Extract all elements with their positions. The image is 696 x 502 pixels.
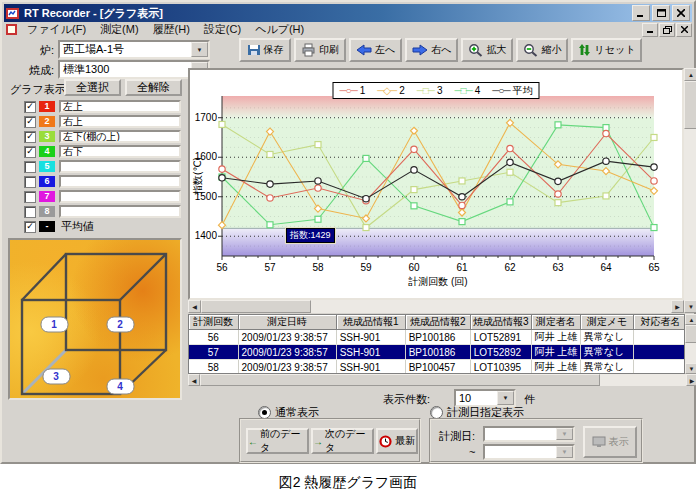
right-button[interactable]: 右へ (405, 38, 458, 62)
app-window: RT Recorder - [グラフ表示] ファイル(F)測定(M)履歴(H)設… (0, 0, 696, 464)
display-icon (592, 436, 606, 448)
latest-button[interactable]: 最新 (376, 428, 418, 454)
date-from-field[interactable]: ▼ (483, 426, 575, 442)
menu-item-2[interactable]: 履歴(H) (146, 22, 197, 37)
table-header-row: 計測回数測定日時焼成品情報1焼成品情報2焼成品情報3測定者名測定メモ対応者名 (189, 315, 685, 330)
scroll-right-icon[interactable]: ▶ (671, 300, 684, 313)
table-row[interactable]: 562009/01/23 9:38:57SSH-901BP100186LOT52… (189, 330, 685, 345)
series-checkbox-4[interactable]: ✓ (24, 146, 36, 158)
navigation-groupbox: ←前のデータ →次のデータ 最新 (239, 418, 421, 463)
series-checkbox--[interactable]: ✓ (24, 221, 36, 233)
column-header[interactable]: 測定メモ (580, 315, 633, 330)
table-h-scrollbar[interactable]: ◀ ▶ (188, 374, 696, 386)
select-all-button[interactable]: 全選択 (64, 79, 121, 96)
svg-text:1700: 1700 (195, 112, 218, 123)
maximize-button[interactable] (652, 5, 670, 21)
series-checkbox-2[interactable]: ✓ (24, 116, 36, 128)
series-color-swatch: 8 (39, 206, 55, 217)
child-close-button[interactable] (676, 23, 692, 37)
scroll-thumb[interactable] (201, 300, 311, 313)
chart-tooltip: 指数:1429 (286, 228, 335, 243)
scroll-thumb[interactable] (685, 325, 696, 343)
scroll-up-icon[interactable]: ▲ (684, 68, 696, 81)
series-checkbox-list: ✓1左上✓2右上✓3左下(棚の上)✓4右下5678✓-平均値 (24, 99, 181, 234)
zoom-in-button[interactable]: 拡大 (461, 38, 513, 62)
spinner-icon[interactable]: ▼ (556, 428, 573, 440)
close-button[interactable] (672, 5, 690, 21)
show-button[interactable]: 表示 (583, 426, 637, 458)
series-row-1: ✓1左上 (24, 99, 181, 114)
minimize-button[interactable] (632, 5, 650, 21)
zoom-out-icon (523, 43, 538, 57)
legend-marker-4: ─□─ (455, 85, 472, 96)
chevron-down-icon[interactable]: ▼ (497, 391, 514, 405)
child-minimize-button[interactable] (642, 23, 658, 37)
scroll-left-icon[interactable]: ◀ (188, 300, 201, 313)
svg-text:63: 63 (552, 262, 564, 273)
menu-item-1[interactable]: 測定(M) (93, 22, 146, 37)
series-checkbox-8[interactable] (24, 206, 36, 218)
menu-item-3[interactable]: 設定(C) (197, 22, 248, 37)
svg-text:59: 59 (360, 262, 372, 273)
chart-v-scrollbar[interactable]: ▲ ▼ (684, 68, 696, 313)
clear-all-button[interactable]: 全解除 (125, 79, 182, 96)
left-button[interactable]: 左へ (349, 38, 402, 62)
chevron-down-icon[interactable]: ▼ (191, 42, 208, 57)
reset-button[interactable]: リセット (571, 38, 642, 62)
print-button[interactable]: 印刷 (294, 38, 346, 62)
series-checkbox-6[interactable] (24, 176, 36, 188)
legend-label: 2 (399, 85, 405, 96)
series-checkbox-5[interactable] (24, 161, 36, 173)
series-row-5: 5 (24, 159, 181, 174)
scroll-thumb[interactable] (684, 81, 696, 129)
clock-icon (379, 435, 392, 448)
next-data-button[interactable]: →次のデータ (311, 428, 374, 454)
column-header[interactable]: 測定日時 (238, 315, 336, 330)
prev-data-button[interactable]: ←前のデータ (246, 428, 309, 454)
column-header[interactable]: 焼成品情報1 (336, 315, 405, 330)
child-restore-button[interactable] (659, 23, 675, 37)
scroll-right-icon[interactable]: ▶ (686, 374, 696, 386)
date-to-field[interactable]: ▼ (483, 444, 575, 460)
series-name-field[interactable] (59, 160, 181, 173)
series-checkbox-7[interactable] (24, 191, 36, 203)
series-name-field[interactable] (59, 190, 181, 203)
display-count-label: 表示件数: (383, 392, 430, 407)
column-header[interactable]: 焼成品情報2 (405, 315, 470, 330)
series-name-field[interactable]: 左下(棚の上) (59, 130, 181, 143)
menu-item-0[interactable]: ファイル(F) (20, 22, 93, 37)
column-header[interactable]: 測定者名 (531, 315, 580, 330)
series-name-field[interactable] (59, 205, 181, 218)
measurement-table[interactable]: 計測回数測定日時焼成品情報1焼成品情報2焼成品情報3測定者名測定メモ対応者名56… (188, 314, 685, 374)
series-checkbox-1[interactable]: ✓ (24, 101, 36, 113)
series-name-field[interactable]: 右上 (59, 115, 181, 128)
menu-item-4[interactable]: ヘルプ(H) (248, 22, 311, 37)
cube-label-2: 2 (117, 319, 123, 330)
series-name-field[interactable]: 右下 (59, 145, 181, 158)
app-icon (6, 7, 20, 20)
table-v-scrollbar[interactable]: ▲ ▼ (685, 314, 696, 374)
column-header[interactable]: 対応者名 (633, 315, 685, 330)
column-header[interactable]: 計測回数 (189, 315, 238, 330)
series-checkbox-3[interactable]: ✓ (24, 131, 36, 143)
scroll-left-icon[interactable]: ◀ (188, 374, 200, 386)
table-row[interactable]: 582009/01/23 9:38:57SSH-901BP100457LOT10… (189, 360, 685, 375)
series-name-field[interactable] (59, 175, 181, 188)
legend-label: 4 (475, 85, 481, 96)
series-name-field[interactable]: 左上 (59, 100, 181, 113)
scroll-thumb[interactable] (200, 374, 600, 386)
furnace-combo[interactable]: 西工場A-1号 ▼ (58, 40, 210, 59)
save-button[interactable]: 保存 (239, 38, 291, 62)
scroll-down-icon[interactable]: ▼ (685, 363, 696, 374)
spinner-icon[interactable]: ▼ (556, 446, 573, 458)
series-color-swatch: 6 (39, 176, 55, 187)
table-row[interactable]: 572009/01/23 9:38:57SSH-901BP100186LOT52… (189, 345, 685, 360)
scroll-up-icon[interactable]: ▲ (685, 314, 696, 325)
scroll-down-icon[interactable]: ▼ (684, 300, 696, 313)
chart-h-scrollbar[interactable]: ◀ ▶ (188, 300, 684, 313)
zoom-out-button[interactable]: 縮小 (516, 38, 568, 62)
line-chart[interactable]: 140015001600170056575859606162636465計測回数… (190, 70, 682, 296)
column-header[interactable]: 焼成品情報3 (470, 315, 531, 330)
cube-label-4: 4 (117, 381, 123, 392)
svg-text:計測回数 (回): 計測回数 (回) (408, 276, 467, 287)
